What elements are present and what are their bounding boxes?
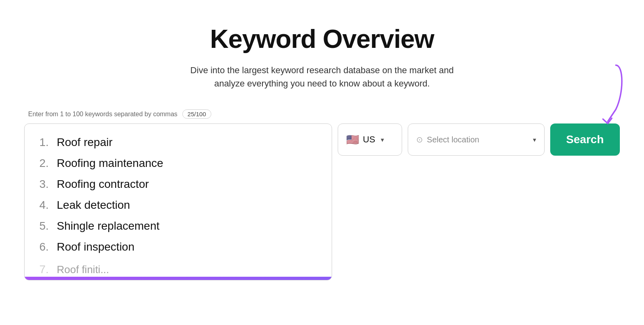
keyword-input-highlight [24,277,332,280]
right-controls: 🇺🇸 US ▾ ⊙ Select location ▾ [338,123,620,156]
keyword-text: Roof finiti... [57,263,109,276]
keyword-text: Roofing contractor [57,178,149,191]
keyword-text: Shingle replacement [57,220,159,232]
list-item: 1. Roof repair [33,132,324,153]
keyword-number: 2. [33,157,57,170]
list-item: 5. Shingle replacement [33,216,324,237]
search-button[interactable]: Search [550,123,620,156]
keyword-number: 7. [33,263,57,276]
list-item: 3. Roofing contractor [33,174,324,195]
country-selector[interactable]: 🇺🇸 US ▾ [338,123,402,156]
location-selector[interactable]: ⊙ Select location ▾ [408,123,545,156]
keyword-list: 1. Roof repair 2. Roofing maintenance 3.… [33,124,324,280]
keyword-number: 3. [33,178,57,191]
location-placeholder-text: Select location [427,135,527,144]
keyword-input-box[interactable]: 1. Roof repair 2. Roofing maintenance 3.… [24,123,332,280]
keyword-number: 4. [33,199,57,212]
flag-icon: 🇺🇸 [346,134,359,146]
country-code: US [363,134,376,145]
search-area: 1. Roof repair 2. Roofing maintenance 3.… [24,123,620,280]
input-label-row: Enter from 1 to 100 keywords separated b… [24,109,620,119]
location-pin-icon: ⊙ [416,135,423,144]
controls-wrapper: 🇺🇸 US ▾ ⊙ Select location ▾ [338,123,620,156]
input-label-text: Enter from 1 to 100 keywords separated b… [28,111,178,118]
keyword-text: Roofing maintenance [57,157,163,170]
chevron-down-icon: ▾ [381,136,384,144]
chevron-down-icon: ▾ [533,136,536,144]
keyword-text: Leak detection [57,199,130,212]
keyword-number: 1. [33,136,57,149]
page-subtitle: Dive into the largest keyword research d… [185,64,459,90]
keyword-number: 5. [33,220,57,232]
list-item: 6. Roof inspection [33,237,324,257]
page-title: Keyword Overview [210,24,434,54]
keyword-text: Roof inspection [57,241,134,253]
keyword-number: 6. [33,241,57,253]
keyword-count-badge: 25/100 [182,109,211,119]
list-item: 2. Roofing maintenance [33,153,324,174]
search-button-wrapper: Search [550,123,620,156]
page-wrapper: Keyword Overview Dive into the largest k… [16,24,628,280]
list-item: 4. Leak detection [33,195,324,216]
keyword-text: Roof repair [57,136,113,149]
